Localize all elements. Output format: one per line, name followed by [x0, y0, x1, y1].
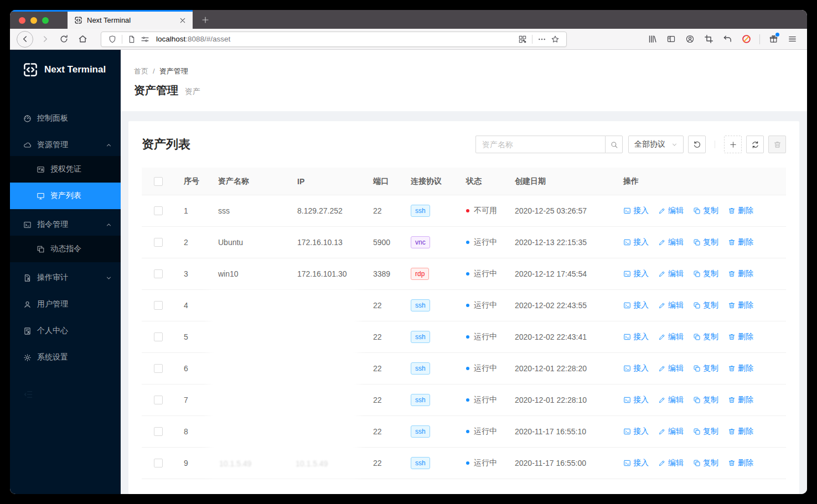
search-input[interactable] [475, 136, 605, 153]
sidebar: Next Terminal 控制面板 资源管理 授权凭证 资产列表 指令管理 动… [10, 50, 121, 494]
copy-action-link[interactable]: 复制 [693, 206, 718, 216]
copy-action-link[interactable]: 复制 [693, 237, 718, 247]
tab-close-icon[interactable] [178, 16, 187, 25]
row-checkbox[interactable] [154, 396, 163, 404]
gear-icon [23, 354, 32, 362]
edit-action-link[interactable]: 编辑 [658, 269, 684, 279]
protocol-select[interactable]: 全部协议 [628, 136, 684, 153]
sidebar-item-label: 操作审计 [37, 273, 100, 283]
library-icon[interactable] [644, 31, 660, 48]
edit-action-link[interactable]: 编辑 [658, 237, 684, 247]
page-actions-icon[interactable] [537, 35, 546, 44]
action-label: 编辑 [668, 206, 684, 216]
row-checkbox[interactable] [154, 238, 163, 247]
back-button[interactable] [17, 31, 33, 48]
account-icon[interactable] [681, 31, 698, 48]
url-bar[interactable]: localhost:8088/#/asset [101, 32, 567, 47]
sidebar-item-settings[interactable]: 系统设置 [10, 346, 121, 368]
copy-action-link[interactable]: 复制 [693, 458, 718, 468]
sidebar-item-users[interactable]: 用户管理 [10, 293, 121, 315]
qr-code-icon[interactable] [518, 35, 527, 44]
delete-action-link[interactable]: 删除 [728, 332, 753, 342]
connect-action-link[interactable]: 接入 [623, 300, 649, 310]
sidebar-item-credentials[interactable]: 授权凭证 [10, 156, 121, 183]
close-window-button[interactable] [19, 17, 25, 24]
edit-action-link[interactable]: 编辑 [658, 300, 684, 310]
url-text[interactable]: localhost:8088/#/asset [156, 35, 516, 43]
app-logo[interactable]: Next Terminal [10, 50, 121, 90]
connect-action-link[interactable]: 接入 [623, 206, 649, 216]
row-checkbox[interactable] [154, 364, 163, 373]
menu-hamburger-icon[interactable] [784, 31, 800, 48]
edit-action-link[interactable]: 编辑 [658, 395, 684, 405]
row-checkbox[interactable] [154, 269, 163, 278]
copy-action-link[interactable]: 复制 [693, 395, 718, 405]
whats-new-gift-icon[interactable] [765, 31, 782, 48]
row-checkbox[interactable] [154, 427, 163, 436]
forward-button[interactable] [37, 31, 53, 48]
copy-action-link[interactable]: 复制 [693, 300, 718, 310]
edit-action-link[interactable]: 编辑 [658, 427, 684, 437]
connect-action-link[interactable]: 接入 [623, 332, 649, 342]
connect-action-link[interactable]: 接入 [623, 269, 649, 279]
row-checkbox[interactable] [154, 459, 163, 467]
permissions-icon[interactable] [141, 35, 149, 44]
sidebar-item-dashboard[interactable]: 控制面板 [10, 107, 121, 129]
delete-action-link[interactable]: 删除 [728, 269, 753, 279]
delete-action-link[interactable]: 删除 [728, 237, 753, 247]
reload-button[interactable] [55, 31, 72, 48]
copy-action-link[interactable]: 复制 [693, 332, 718, 342]
delete-action-link[interactable]: 删除 [728, 300, 753, 310]
delete-action-link[interactable]: 删除 [728, 395, 753, 405]
copy-action-link[interactable]: 复制 [693, 363, 718, 373]
action-label: 编辑 [668, 427, 684, 437]
undo-extension-icon[interactable] [719, 31, 736, 48]
reset-button[interactable] [688, 136, 706, 153]
connect-action-link[interactable]: 接入 [623, 395, 649, 405]
bookmark-star-icon[interactable] [551, 35, 560, 44]
connect-action-link[interactable]: 接入 [623, 237, 649, 247]
tracking-shield-icon[interactable] [108, 35, 117, 44]
browser-tab[interactable]: Next Terminal [68, 12, 193, 29]
sidebar-item-commands[interactable]: 指令管理 [10, 214, 121, 236]
refresh-button[interactable] [746, 136, 764, 153]
connect-action-link[interactable]: 接入 [623, 458, 649, 468]
edit-action-link[interactable]: 编辑 [658, 363, 684, 373]
batch-delete-button[interactable] [768, 136, 786, 153]
row-checkbox[interactable] [154, 332, 163, 341]
edit-action-link[interactable]: 编辑 [658, 332, 684, 342]
home-button[interactable] [74, 31, 91, 48]
edit-icon [658, 207, 666, 215]
copy-action-link[interactable]: 复制 [693, 427, 718, 437]
delete-action-link[interactable]: 删除 [728, 458, 753, 468]
menu-fold-icon[interactable] [23, 389, 33, 399]
delete-action-link[interactable]: 删除 [728, 206, 753, 216]
page-info-icon[interactable] [127, 35, 136, 44]
edit-action-link[interactable]: 编辑 [658, 458, 684, 468]
minimize-window-button[interactable] [30, 17, 37, 24]
new-tab-button[interactable] [199, 14, 211, 26]
blocker-extension-icon[interactable] [738, 31, 754, 48]
connect-action-link[interactable]: 接入 [623, 427, 649, 437]
sidebar-item-audit[interactable]: 操作审计 [10, 267, 121, 289]
breadcrumb-current: 资产管理 [159, 65, 188, 77]
delete-action-link[interactable]: 删除 [728, 363, 753, 373]
edit-action-link[interactable]: 编辑 [658, 206, 684, 216]
delete-action-link[interactable]: 删除 [728, 427, 753, 437]
connect-action-link[interactable]: 接入 [623, 363, 649, 373]
row-checkbox[interactable] [154, 301, 163, 310]
search-button[interactable] [605, 136, 623, 153]
breadcrumb-home[interactable]: 首页 [134, 65, 148, 77]
select-all-checkbox[interactable] [154, 177, 163, 186]
sidebar-item-dynamic-commands[interactable]: 动态指令 [10, 236, 121, 262]
sidebar-item-resources[interactable]: 资源管理 [10, 134, 121, 156]
screenshot-icon[interactable] [700, 31, 717, 48]
row-checkbox[interactable] [154, 206, 163, 215]
sidebar-toggle-icon[interactable] [663, 31, 679, 48]
add-asset-button[interactable] [724, 136, 742, 153]
sidebar-item-assets[interactable]: 资产列表 [10, 183, 121, 209]
sidebar-item-profile[interactable]: 个人中心 [10, 320, 121, 342]
toolbar-divider [759, 34, 760, 44]
copy-action-link[interactable]: 复制 [693, 269, 718, 279]
zoom-window-button[interactable] [42, 17, 49, 24]
